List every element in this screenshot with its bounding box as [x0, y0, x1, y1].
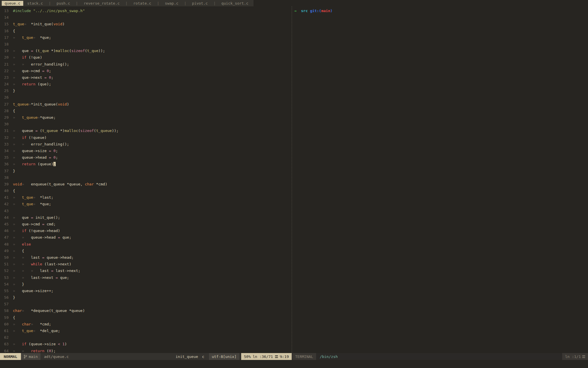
code-line[interactable]: 39void» enqueue(t_queue *queue, char *cm… — [0, 181, 292, 187]
tab-push-c[interactable]: push.c — [54, 1, 73, 6]
code-line[interactable]: 42» t_que» *que; — [0, 201, 292, 207]
code-line[interactable]: 36» return (queue); — [0, 161, 292, 167]
code-line[interactable]: 31» queue = (t_queue *)malloc(sizeof(t_q… — [0, 127, 292, 134]
code-line[interactable]: 43 — [0, 208, 292, 214]
code-line[interactable]: 54» } — [0, 281, 292, 288]
code-line[interactable]: 47» » queue->head = que; — [0, 234, 292, 241]
code-line[interactable]: 28{ — [0, 108, 292, 114]
tab-separator: | — [211, 1, 218, 5]
code-token: *) — [58, 129, 65, 133]
code-token: return — [22, 82, 35, 86]
code-token: 0 — [49, 349, 51, 353]
code-line[interactable]: 23» que->next = 0; — [0, 74, 292, 81]
encoding-indicator: utf-8[unix] — [209, 353, 239, 360]
code-line[interactable]: 41» t_que» *last; — [0, 194, 292, 201]
code-line[interactable]: 35» queue->head = 0; — [0, 154, 292, 161]
code-line[interactable]: 56} — [0, 294, 292, 301]
code-line[interactable]: 30 — [0, 121, 292, 127]
vim-window: queue.c stack.c | push.c | reverse_rotat… — [0, 0, 588, 368]
code-line[interactable]: 33» » error_handling(); — [0, 141, 292, 147]
line-number: 28 — [0, 108, 9, 114]
code-line[interactable]: 13#include "../../inc/push_swap.h" — [0, 7, 292, 14]
code-line[interactable]: 27t_queue»*init_queue(void) — [0, 101, 292, 108]
code-token: init_que(); — [33, 215, 60, 220]
code-line[interactable]: 46» if (!queue->head) — [0, 227, 292, 234]
code-text: » queue->head = 0; — [13, 154, 58, 161]
line-number: 39 — [0, 181, 9, 187]
code-line[interactable]: 48» else — [0, 241, 292, 248]
terminal-pane[interactable]: → src git:(main) — [292, 6, 588, 353]
code-token: » — [13, 55, 22, 60]
code-line[interactable]: 34» queue->size = 0; — [0, 147, 292, 154]
code-text: » t_queue»*queue; — [13, 114, 56, 121]
code-line[interactable]: 14 — [0, 14, 292, 21]
code-token: 1 — [62, 342, 65, 346]
code-text: » » while (last->next) — [13, 261, 71, 267]
code-line[interactable]: 51» » while (last->next) — [0, 261, 292, 267]
code-line[interactable]: 26 — [0, 94, 292, 101]
code-line[interactable]: 18 — [0, 41, 292, 47]
line-number: 49 — [0, 248, 9, 254]
terminal-line-indicator: ln :1/1 — [565, 354, 581, 359]
code-line[interactable]: 21» » error_handling(); — [0, 61, 292, 68]
code-text: { — [13, 187, 15, 194]
line-number: 43 — [0, 208, 9, 214]
code-line[interactable]: 49» { — [0, 248, 292, 254]
tab-quick_sort-c[interactable]: quick_sort.c — [218, 1, 251, 6]
code-line[interactable]: 25} — [0, 87, 292, 94]
code-line[interactable]: 32» if (!queue) — [0, 134, 292, 141]
code-line[interactable]: 61» t_que» *del_que; — [0, 327, 292, 334]
code-line[interactable]: 44» que = init_que(); — [0, 214, 292, 221]
tab-swap-c[interactable]: swap.c — [162, 1, 181, 6]
code-line[interactable]: 15t_que» *init_que(void) — [0, 21, 292, 27]
code-token: » — [24, 22, 31, 26]
tab-queue-c[interactable]: queue.c — [2, 1, 23, 6]
line-number: 46 — [0, 227, 9, 234]
tab-pivot-c[interactable]: pivot.c — [189, 1, 211, 6]
code-line[interactable]: 40{ — [0, 187, 292, 194]
tab-stack-c[interactable]: stack.c — [24, 1, 46, 6]
code-line[interactable]: 20» if (!que) — [0, 54, 292, 61]
line-indicator: ln :36/71 — [253, 354, 273, 359]
code-line[interactable]: 22» que->cmd = 0; — [0, 68, 292, 74]
git-branch-icon — [24, 355, 27, 359]
code-line[interactable]: 16{ — [0, 28, 292, 34]
code-line[interactable]: 62 — [0, 334, 292, 341]
code-line[interactable]: 24» return (que); — [0, 81, 292, 87]
code-token: » — [13, 289, 22, 293]
line-number: 35 — [0, 154, 9, 161]
code-token: » — [33, 329, 40, 333]
code-line[interactable]: 17» t_que» *que; — [0, 34, 292, 41]
code-line[interactable]: 58char» *dequeue(t_queue *queue) — [0, 307, 292, 314]
code-line[interactable]: 37} — [0, 168, 292, 174]
code-line[interactable]: 60» char» *cmd; — [0, 321, 292, 327]
code-line[interactable]: 53» » last->next = que; — [0, 274, 292, 281]
code-line[interactable]: 29» t_queue»*queue; — [0, 114, 292, 121]
tab-separator: | — [123, 1, 130, 5]
tab-rotate-c[interactable]: rotate.c — [130, 1, 154, 6]
code-line[interactable]: 59{ — [0, 314, 292, 321]
code-token: *dequeue(t_queue *queue) — [31, 308, 85, 313]
code-editor-pane[interactable]: 13#include "../../inc/push_swap.h"1415t_… — [0, 6, 292, 353]
code-token: last->next; — [53, 269, 80, 273]
prompt-sep — [308, 9, 310, 13]
line-number: 29 — [0, 114, 9, 121]
code-line[interactable]: 19» que = (t_que *)malloc(sizeof(t_que))… — [0, 47, 292, 54]
prompt-git-prefix: git:( — [310, 9, 321, 13]
code-line[interactable]: 55» queue->size++; — [0, 288, 292, 294]
tab-reverse_rotate-c[interactable]: reverse_rotate.c — [81, 1, 123, 6]
code-line[interactable]: 57 — [0, 301, 292, 307]
line-number: 33 — [0, 141, 9, 147]
code-line[interactable]: 38 — [0, 174, 292, 181]
code-text: » queue->size++; — [13, 288, 53, 294]
line-number: 57 — [0, 301, 9, 307]
code-line[interactable]: 63» if (queue->size < 1) — [0, 341, 292, 347]
code-token: (queue->size — [26, 342, 58, 346]
command-line[interactable] — [0, 360, 588, 368]
cursor-block: ; — [53, 162, 56, 166]
code-line[interactable]: 50» » last = queue->head; — [0, 254, 292, 261]
code-line[interactable]: 64» » return (0); — [0, 348, 292, 353]
code-line[interactable]: 45» que->cmd = cmd; — [0, 221, 292, 227]
line-number: 58 — [0, 307, 9, 314]
code-line[interactable]: 52» » » last = last->next; — [0, 267, 292, 274]
